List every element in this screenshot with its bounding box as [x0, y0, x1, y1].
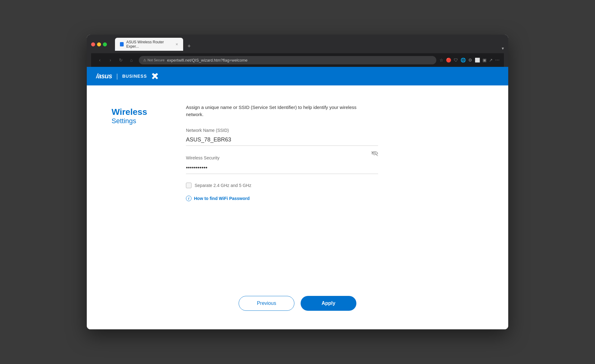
apply-button[interactable]: Apply: [301, 296, 356, 311]
logo-divider: |: [116, 73, 118, 80]
password-wrapper: [186, 163, 378, 174]
form-area: Assign a unique name or SSID (Service Se…: [174, 104, 390, 265]
info-icon: i: [186, 196, 192, 201]
extension-icon-5[interactable]: ⬜: [475, 58, 480, 63]
chevron-down-icon: ▾: [502, 46, 504, 51]
maximize-button[interactable]: [103, 42, 107, 46]
address-right-icons: ☆ 🔴 🛡 🌐 ⚙ ⬜ ▣ ↗ ⋯: [439, 58, 500, 63]
close-button[interactable]: [91, 42, 95, 46]
browser-chrome: ASUS Wireless Router Exper... ✕ + ▾ ‹ › …: [87, 35, 508, 67]
security-field-label-row: Wireless Security: [186, 154, 378, 161]
not-secure-label: Not Secure: [148, 58, 165, 62]
url-bar[interactable]: ⚠ Not Secure expertwifi.net/QIS_wizard.h…: [139, 56, 436, 64]
ssid-field-group: Network Name (SSID): [186, 128, 390, 146]
back-button[interactable]: ‹: [95, 56, 104, 64]
url-display: expertwifi.net/QIS_wizard.htm?flag=welco…: [167, 58, 248, 63]
separate-bands-checkbox[interactable]: [186, 183, 192, 188]
ssid-input[interactable]: [186, 135, 378, 146]
browser-window: ASUS Wireless Router Exper... ✕ + ▾ ‹ › …: [87, 35, 508, 329]
sidebar-subtitle: Settings: [112, 117, 174, 125]
nav-buttons: ‹ › ↻ ⌂: [95, 56, 136, 64]
asus-x-icon: [151, 72, 159, 80]
titlebar: ASUS Wireless Router Exper... ✕ + ▾: [91, 38, 504, 51]
extension-icon-4[interactable]: ⚙: [468, 58, 472, 63]
sidebar: Wireless Settings: [112, 104, 174, 265]
tab-close-icon[interactable]: ✕: [175, 42, 178, 46]
extension-icon-1[interactable]: 🔴: [446, 58, 451, 63]
wifi-help-link[interactable]: i How to find WiFi Password: [186, 196, 390, 201]
business-text: BUSINESS: [122, 74, 147, 79]
tab-bar: ASUS Wireless Router Exper... ✕ + ▾: [115, 38, 504, 51]
minimize-button[interactable]: [97, 42, 101, 46]
not-secure-badge: ⚠ Not Secure: [143, 58, 165, 62]
separate-bands-row: Separate 2.4 GHz and 5 GHz: [186, 183, 390, 188]
active-tab[interactable]: ASUS Wireless Router Exper... ✕: [115, 38, 183, 51]
tab-right-controls: ▾: [502, 46, 504, 51]
asus-logo-text: /asus: [96, 72, 112, 80]
button-row: Previous Apply: [87, 296, 508, 329]
ssid-label: Network Name (SSID): [186, 128, 390, 133]
sidebar-title: Wireless: [112, 107, 174, 117]
bookmark-icon[interactable]: ☆: [439, 58, 443, 63]
tab-favicon: [120, 42, 124, 46]
address-bar: ‹ › ↻ ⌂ ⚠ Not Secure expertwifi.net/QIS_…: [91, 53, 504, 67]
traffic-lights: [91, 42, 107, 46]
extension-icon-2[interactable]: 🛡: [454, 58, 458, 63]
share-icon[interactable]: ↗: [489, 58, 493, 63]
previous-button[interactable]: Previous: [239, 296, 294, 311]
password-input[interactable]: [186, 163, 378, 174]
separate-bands-label: Separate 2.4 GHz and 5 GHz: [195, 183, 251, 188]
extension-icon-3[interactable]: 🌐: [461, 58, 466, 63]
form-description: Assign a unique name or SSID (Service Se…: [186, 104, 359, 118]
asus-logo: /asus | BUSINESS: [96, 72, 159, 80]
asus-header: /asus | BUSINESS: [87, 67, 508, 85]
home-button[interactable]: ⌂: [127, 56, 136, 64]
password-visibility-toggle[interactable]: [371, 151, 378, 158]
security-label: Wireless Security: [186, 155, 219, 160]
page-content: /asus | BUSINESS Wireless Settings Assig…: [87, 67, 508, 329]
warning-icon: ⚠: [143, 58, 146, 62]
main-body: Wireless Settings Assign a unique name o…: [87, 85, 508, 284]
tab-title: ASUS Wireless Router Exper...: [126, 40, 172, 49]
more-icon[interactable]: ⋯: [495, 58, 500, 63]
sidebar-toggle[interactable]: ▣: [483, 58, 487, 63]
wifi-help-text: How to find WiFi Password: [194, 196, 250, 201]
forward-button[interactable]: ›: [106, 56, 115, 64]
new-tab-button[interactable]: +: [185, 42, 193, 51]
security-field-group: Wireless Security: [186, 154, 390, 174]
reload-button[interactable]: ↻: [117, 56, 125, 64]
svg-marker-0: [152, 73, 158, 79]
